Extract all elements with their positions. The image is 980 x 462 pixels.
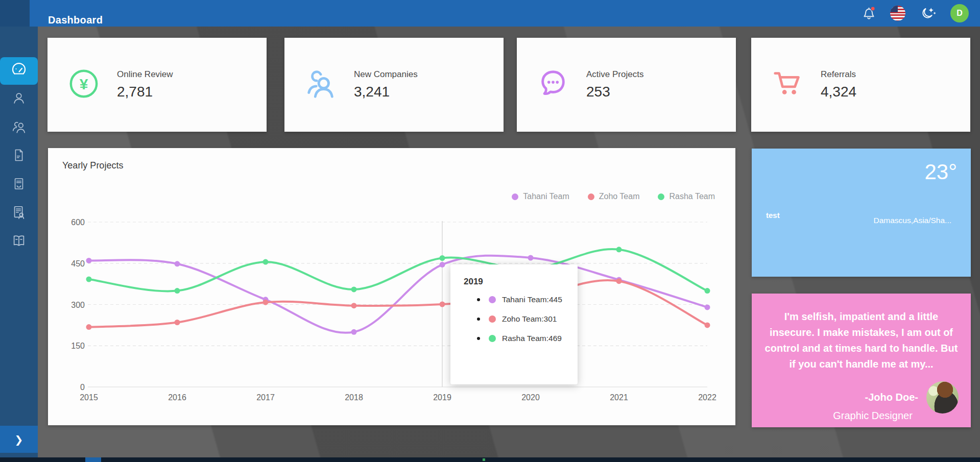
stat-value: 4,324 xyxy=(821,84,856,100)
sidebar-expand-button[interactable]: ❯ xyxy=(0,426,38,453)
legend-item-rasha-team[interactable]: Rasha Team xyxy=(658,192,715,201)
legend-label: Rasha Team xyxy=(669,192,715,201)
user-icon xyxy=(11,90,27,108)
sidebar-item-documents[interactable] xyxy=(0,142,38,171)
svg-text:¥: ¥ xyxy=(80,76,88,92)
tooltip-items: Tahani Team:445Zoho Team:301Rasha Team:4… xyxy=(450,290,578,348)
quote-author-row: -Joho Doe- xyxy=(865,381,959,414)
page-title: Dashboard xyxy=(48,14,103,26)
svg-text:2022: 2022 xyxy=(698,393,716,402)
svg-text:2018: 2018 xyxy=(345,393,363,402)
yen-icon: ¥ xyxy=(68,68,100,102)
svg-text:2020: 2020 xyxy=(521,393,540,402)
stat-label: Active Projects xyxy=(586,69,643,80)
weather-card: 23° test Damascus,Asia/Sha... xyxy=(752,149,971,277)
legend-dot xyxy=(658,193,664,200)
users-icon xyxy=(11,119,27,136)
moon-stars-icon xyxy=(919,6,937,21)
stat-card-active-projects: Active Projects253 xyxy=(517,38,736,132)
yearly-projects-card: Yearly Projects Tahani TeamZoho TeamRash… xyxy=(48,148,735,425)
legend-dot xyxy=(588,193,594,200)
sidebar-item-library[interactable] xyxy=(0,228,38,256)
yearly-projects-chart[interactable]: 0150300450600201520162017201820192020202… xyxy=(55,208,725,414)
sidebar-items xyxy=(0,27,38,256)
notifications-button[interactable] xyxy=(862,6,876,21)
tooltip-title: 2019 xyxy=(464,277,578,287)
stat-card-referrals: Referrals4,324 xyxy=(751,38,970,132)
stat-value: 253 xyxy=(586,84,643,100)
stat-label: Online Review xyxy=(117,69,173,80)
dark-mode-toggle[interactable] xyxy=(919,6,937,21)
chart-legend: Tahani TeamZoho TeamRasha Team xyxy=(512,192,715,201)
stat-card-new-companies: New Companies3,241 xyxy=(284,38,504,132)
legend-label: Tahani Team xyxy=(523,192,569,201)
people-icon xyxy=(305,68,337,102)
svg-text:2016: 2016 xyxy=(168,393,186,402)
sidebar: ❯ xyxy=(0,27,38,457)
svg-text:0: 0 xyxy=(80,383,85,392)
svg-text:2019: 2019 xyxy=(433,393,451,402)
weather-name: test xyxy=(766,211,780,220)
tooltip-series-dot xyxy=(489,335,496,342)
app-header: Dashboard D xyxy=(0,0,980,27)
header-actions: D xyxy=(862,0,969,27)
bottom-strip-dot xyxy=(483,458,485,461)
stat-label: Referrals xyxy=(821,69,856,80)
stat-card-online-review: ¥Online Review2,781 xyxy=(47,38,267,132)
tooltip-series-dot xyxy=(489,315,496,323)
svg-text:450: 450 xyxy=(71,259,85,268)
svg-text:2015: 2015 xyxy=(80,393,98,402)
quote-author: -Joho Doe- xyxy=(865,392,918,403)
stat-value: 2,781 xyxy=(117,84,173,100)
sidebar-item-reports[interactable] xyxy=(0,199,38,228)
sidebar-item-invoices[interactable] xyxy=(0,171,38,199)
quote-role: Graphic Designer xyxy=(775,410,971,422)
svg-text:2021: 2021 xyxy=(610,393,628,402)
chat-icon xyxy=(537,68,569,102)
dashboard-icon xyxy=(11,62,27,80)
notification-badge xyxy=(871,7,875,11)
tooltip-bullet xyxy=(477,298,480,301)
chevron-right-icon: ❯ xyxy=(15,433,23,446)
stat-value: 3,241 xyxy=(354,84,418,100)
quote-card: I'm selfish, impatient and a little inse… xyxy=(752,294,971,427)
tooltip-item-zoho-team: Zoho Team:301 xyxy=(450,309,578,329)
tooltip-series-value: Rasha Team:469 xyxy=(502,334,562,343)
legend-label: Zoho Team xyxy=(599,192,640,201)
sidebar-logo-block xyxy=(0,0,30,27)
bell-icon xyxy=(862,6,876,21)
tooltip-bullet xyxy=(477,318,480,321)
document-icon xyxy=(12,148,26,165)
svg-text:150: 150 xyxy=(71,342,85,350)
sidebar-item-teams[interactable] xyxy=(0,113,38,142)
tooltip-item-tahani-team: Tahani Team:445 xyxy=(450,290,578,309)
quote-text: I'm selfish, impatient and a little inse… xyxy=(752,294,971,372)
tooltip-series-value: Zoho Team:301 xyxy=(502,314,557,324)
invoice-icon xyxy=(12,176,26,193)
book-icon xyxy=(11,233,27,251)
legend-item-zoho-team[interactable]: Zoho Team xyxy=(588,192,640,201)
bottom-strip xyxy=(0,457,980,462)
tooltip-series-dot xyxy=(489,296,496,303)
stat-label: New Companies xyxy=(354,69,418,80)
chart-tooltip: 2019 Tahani Team:445Zoho Team:301Rasha T… xyxy=(450,264,578,384)
weather-temperature: 23° xyxy=(924,160,957,184)
report-icon xyxy=(11,205,27,222)
user-avatar[interactable]: D xyxy=(950,4,969,22)
weather-location: Damascus,Asia/Sha... xyxy=(874,216,951,225)
tooltip-item-rasha-team: Rasha Team:469 xyxy=(450,329,578,348)
bottom-strip-accent xyxy=(85,457,101,462)
sidebar-item-dashboard[interactable] xyxy=(0,57,38,85)
sidebar-item-users[interactable] xyxy=(0,85,38,113)
svg-text:600: 600 xyxy=(71,218,85,227)
cart-icon xyxy=(772,68,803,102)
tooltip-bullet xyxy=(477,337,480,340)
tooltip-series-value: Tahani Team:445 xyxy=(502,295,562,304)
chart-title: Yearly Projects xyxy=(62,160,123,171)
legend-dot xyxy=(512,193,518,200)
legend-item-tahani-team[interactable]: Tahani Team xyxy=(512,192,569,201)
language-flag-button[interactable] xyxy=(890,6,905,21)
svg-text:300: 300 xyxy=(71,301,85,309)
author-photo xyxy=(926,381,959,414)
svg-text:2017: 2017 xyxy=(256,393,275,402)
